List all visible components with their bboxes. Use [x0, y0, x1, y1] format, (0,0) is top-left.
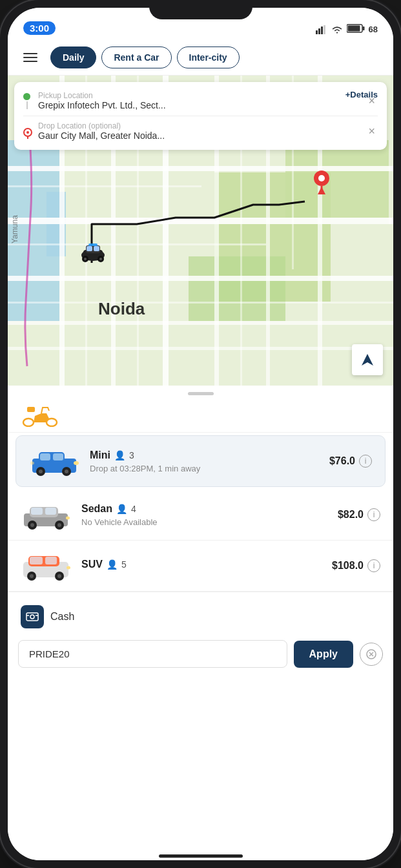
- mini-car-img: [29, 445, 81, 477]
- suv-info: SUV 👤 5: [81, 559, 332, 573]
- pickup-row: Pickup Location Grepix Infotech Pvt. Ltd…: [23, 88, 378, 113]
- svg-point-47: [26, 131, 29, 134]
- svg-rect-3: [324, 25, 325, 34]
- signal-icon: [316, 25, 327, 34]
- hamburger-menu[interactable]: [21, 50, 40, 65]
- sedan-info-btn[interactable]: i: [367, 508, 380, 521]
- sedan-price: $82.0: [338, 509, 364, 521]
- suv-price-col: $108.0 i: [332, 559, 380, 572]
- tab-bar: Daily Rent a Car Inter-city: [8, 40, 393, 76]
- details-link[interactable]: +Details: [345, 90, 378, 99]
- svg-point-39: [84, 258, 87, 260]
- svg-point-59: [65, 470, 68, 473]
- svg-point-60: [74, 461, 79, 465]
- vehicle-item-suv[interactable]: SUV 👤 5 $108.0 i: [8, 541, 393, 592]
- vehicle-list: Mini 👤 3 Drop at 03:28PM, 1 min away $76…: [8, 399, 393, 849]
- svg-rect-41: [88, 243, 98, 246]
- scooter-preview: [8, 399, 393, 433]
- status-time: 3:00: [23, 21, 56, 35]
- svg-rect-51: [27, 407, 35, 412]
- svg-rect-11: [285, 140, 389, 224]
- scroll-handle-bar: [188, 392, 214, 395]
- sedan-sub: No Vehicle Available: [81, 517, 338, 527]
- svg-rect-6: [362, 26, 364, 30]
- person-icon-sedan: 👤: [116, 504, 127, 514]
- suv-name: SUV: [81, 559, 103, 570]
- home-indicator: [8, 849, 393, 860]
- svg-rect-35: [87, 246, 92, 251]
- sedan-price-col: $82.0 i: [338, 508, 380, 521]
- drop-value[interactable]: Gaur City Mall, Greater Noida...: [38, 130, 359, 141]
- clear-promo-btn[interactable]: [360, 643, 383, 666]
- svg-point-61: [30, 461, 34, 464]
- svg-rect-25: [8, 302, 393, 304]
- svg-rect-74: [45, 557, 57, 564]
- phone-frame: 3:00: [0, 0, 401, 868]
- payment-row[interactable]: Cash: [18, 600, 383, 634]
- pickup-label: Pickup Location: [38, 91, 359, 100]
- sedan-name: Sedan: [81, 503, 112, 515]
- suv-pax: 5: [121, 559, 127, 570]
- drop-clear-btn[interactable]: ×: [365, 125, 378, 138]
- pickup-value[interactable]: Grepix Infotech Pvt. Ltd., Sect...: [38, 100, 359, 110]
- sedan-info: Sedan 👤 4 No Vehicle Available: [81, 503, 338, 527]
- payment-icon: [21, 605, 44, 628]
- svg-rect-73: [30, 557, 43, 564]
- bottom-bar: Cash Apply: [8, 592, 393, 676]
- promo-input[interactable]: [18, 640, 287, 668]
- drop-pin: [23, 128, 30, 135]
- svg-point-78: [57, 574, 61, 578]
- cash-icon: [25, 610, 39, 624]
- scroll-handle: [8, 386, 393, 399]
- tab-inter-city[interactable]: Inter-city: [177, 46, 240, 68]
- navigation-arrow-btn[interactable]: [352, 344, 383, 375]
- svg-point-81: [30, 615, 34, 619]
- vehicle-item-mini[interactable]: Mini 👤 3 Drop at 03:28PM, 1 min away $76…: [15, 435, 386, 487]
- battery-percent: 68: [369, 25, 378, 34]
- svg-rect-55: [53, 453, 63, 460]
- svg-rect-36: [94, 246, 99, 251]
- mini-info-btn[interactable]: i: [359, 455, 372, 468]
- location-divider: [23, 116, 378, 116]
- svg-rect-64: [31, 508, 43, 515]
- phone-screen: 3:00: [8, 8, 393, 860]
- svg-rect-23: [8, 185, 201, 187]
- sedan-car-img: [21, 499, 72, 531]
- battery-svg: [347, 24, 365, 33]
- svg-point-49: [23, 418, 34, 426]
- mini-price: $76.0: [329, 455, 355, 467]
- svg-point-70: [66, 516, 70, 519]
- svg-rect-54: [40, 453, 50, 460]
- svg-point-69: [57, 523, 61, 527]
- payment-label: Cash: [50, 611, 74, 623]
- suv-car-img: [21, 550, 72, 582]
- mini-name: Mini: [90, 450, 110, 461]
- svg-point-68: [30, 523, 34, 527]
- suv-price: $108.0: [332, 560, 364, 572]
- person-icon-suv: 👤: [107, 559, 118, 570]
- tab-daily[interactable]: Daily: [50, 46, 96, 68]
- map-area: Noida Yamuna: [8, 76, 393, 386]
- person-icon-mini: 👤: [114, 450, 125, 460]
- promo-row: Apply: [18, 640, 383, 668]
- svg-marker-45: [362, 354, 373, 366]
- svg-rect-2: [321, 26, 323, 34]
- svg-text:Noida: Noida: [98, 299, 145, 318]
- drop-row: Drop Location (optional) Gaur City Mall,…: [23, 119, 378, 143]
- tab-rent-a-car[interactable]: Rent a Car: [101, 46, 171, 68]
- x-icon: [366, 649, 376, 659]
- suv-info-btn[interactable]: i: [367, 559, 380, 572]
- svg-point-58: [39, 470, 43, 473]
- notch: [149, 0, 252, 19]
- svg-text:Yamuna: Yamuna: [10, 215, 19, 243]
- wifi-icon: [331, 25, 343, 34]
- pickup-dot: [23, 93, 30, 100]
- svg-point-79: [67, 566, 70, 569]
- svg-point-44: [318, 175, 325, 181]
- mini-sub: Drop at 03:28PM, 1 min away: [90, 464, 329, 473]
- mini-pax: 3: [129, 450, 134, 460]
- vehicle-item-sedan[interactable]: Sedan 👤 4 No Vehicle Available $82.0 i: [8, 490, 393, 541]
- apply-button[interactable]: Apply: [294, 641, 353, 668]
- scooter-img: [21, 404, 59, 427]
- status-icons: 68: [316, 24, 378, 35]
